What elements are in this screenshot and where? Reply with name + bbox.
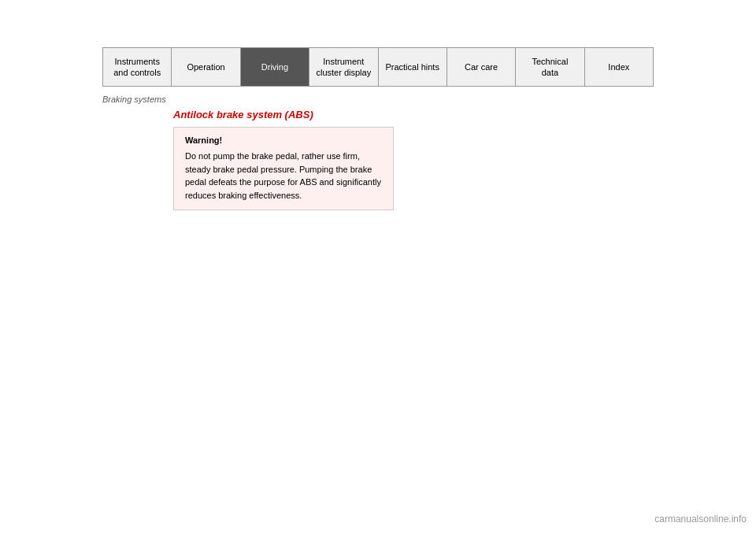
nav-item-instrument-cluster[interactable]: Instrumentcluster display	[309, 48, 378, 86]
nav-label-instruments: Instruments and controls	[109, 56, 165, 79]
nav-item-technical-data[interactable]: Technicaldata	[516, 48, 584, 86]
nav-item-driving[interactable]: Driving	[241, 48, 309, 86]
nav-label-index: Index	[608, 61, 629, 72]
breadcrumb-text: Braking systems	[102, 95, 166, 104]
nav-item-instruments[interactable]: Instruments and controls	[103, 48, 172, 86]
breadcrumb: Braking systems	[102, 95, 654, 104]
nav-label-instrument-cluster: Instrumentcluster display	[316, 56, 371, 79]
watermark: carmanualsonline.info	[654, 514, 747, 525]
watermark-text: carmanualsonline.info	[654, 514, 747, 525]
nav-bar: Instruments and controls Operation Drivi…	[102, 47, 654, 87]
nav-label-car-care: Car care	[465, 61, 498, 72]
nav-item-index[interactable]: Index	[585, 48, 653, 86]
section-heading: Antilock brake system (ABS)	[173, 109, 654, 121]
nav-item-car-care[interactable]: Car care	[447, 48, 516, 86]
warning-box: Warning! Do not pump the brake pedal, ra…	[173, 127, 394, 210]
section-heading-text: Antilock brake system (ABS)	[173, 109, 313, 121]
nav-label-driving: Driving	[261, 61, 288, 72]
nav-item-practical-hints[interactable]: Practical hints	[379, 48, 447, 86]
nav-item-operation[interactable]: Operation	[172, 48, 240, 86]
nav-label-practical-hints: Practical hints	[385, 61, 439, 72]
warning-text: Do not pump the brake pedal, rather use …	[185, 150, 382, 202]
nav-label-operation: Operation	[187, 61, 224, 72]
warning-title: Warning!	[185, 135, 382, 145]
nav-label-technical-data: Technicaldata	[532, 56, 569, 79]
